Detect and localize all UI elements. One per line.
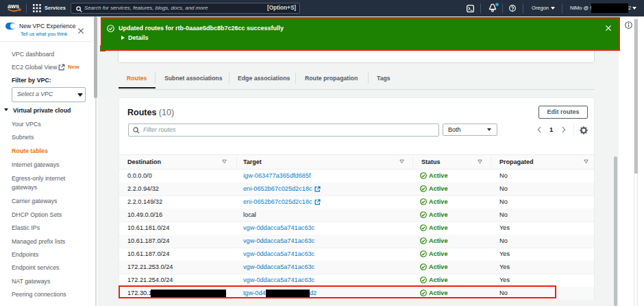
svg-text:aws: aws bbox=[8, 3, 19, 10]
